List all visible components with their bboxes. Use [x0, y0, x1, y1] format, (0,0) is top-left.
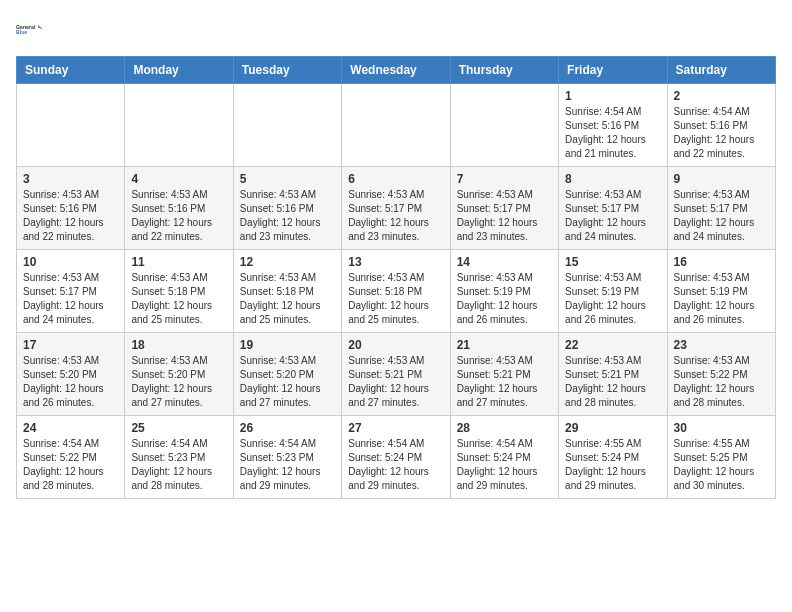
day-info: Sunrise: 4:53 AM Sunset: 5:19 PM Dayligh…: [565, 271, 660, 327]
calendar-cell: 23Sunrise: 4:53 AM Sunset: 5:22 PM Dayli…: [667, 333, 775, 416]
day-info: Sunrise: 4:54 AM Sunset: 5:23 PM Dayligh…: [240, 437, 335, 493]
day-number: 9: [674, 172, 769, 186]
calendar-cell: 9Sunrise: 4:53 AM Sunset: 5:17 PM Daylig…: [667, 167, 775, 250]
calendar-cell: 17Sunrise: 4:53 AM Sunset: 5:20 PM Dayli…: [17, 333, 125, 416]
calendar-cell: 16Sunrise: 4:53 AM Sunset: 5:19 PM Dayli…: [667, 250, 775, 333]
day-number: 17: [23, 338, 118, 352]
day-info: Sunrise: 4:53 AM Sunset: 5:20 PM Dayligh…: [240, 354, 335, 410]
calendar-cell: 6Sunrise: 4:53 AM Sunset: 5:17 PM Daylig…: [342, 167, 450, 250]
calendar-cell: 13Sunrise: 4:53 AM Sunset: 5:18 PM Dayli…: [342, 250, 450, 333]
day-number: 2: [674, 89, 769, 103]
calendar-cell: [450, 84, 558, 167]
calendar-cell: [125, 84, 233, 167]
calendar-cell: 24Sunrise: 4:54 AM Sunset: 5:22 PM Dayli…: [17, 416, 125, 499]
day-number: 3: [23, 172, 118, 186]
calendar-cell: 10Sunrise: 4:53 AM Sunset: 5:17 PM Dayli…: [17, 250, 125, 333]
day-info: Sunrise: 4:53 AM Sunset: 5:21 PM Dayligh…: [457, 354, 552, 410]
calendar-cell: 26Sunrise: 4:54 AM Sunset: 5:23 PM Dayli…: [233, 416, 341, 499]
calendar-cell: [17, 84, 125, 167]
weekday-header-monday: Monday: [125, 57, 233, 84]
day-number: 13: [348, 255, 443, 269]
day-info: Sunrise: 4:53 AM Sunset: 5:16 PM Dayligh…: [240, 188, 335, 244]
day-info: Sunrise: 4:53 AM Sunset: 5:16 PM Dayligh…: [23, 188, 118, 244]
day-number: 6: [348, 172, 443, 186]
calendar-cell: 29Sunrise: 4:55 AM Sunset: 5:24 PM Dayli…: [559, 416, 667, 499]
logo-icon: GeneralBlue: [16, 16, 44, 44]
day-number: 21: [457, 338, 552, 352]
calendar-cell: 5Sunrise: 4:53 AM Sunset: 5:16 PM Daylig…: [233, 167, 341, 250]
day-info: Sunrise: 4:53 AM Sunset: 5:22 PM Dayligh…: [674, 354, 769, 410]
day-info: Sunrise: 4:53 AM Sunset: 5:21 PM Dayligh…: [348, 354, 443, 410]
calendar-cell: 21Sunrise: 4:53 AM Sunset: 5:21 PM Dayli…: [450, 333, 558, 416]
weekday-header-tuesday: Tuesday: [233, 57, 341, 84]
calendar-week-row: 3Sunrise: 4:53 AM Sunset: 5:16 PM Daylig…: [17, 167, 776, 250]
calendar-cell: 11Sunrise: 4:53 AM Sunset: 5:18 PM Dayli…: [125, 250, 233, 333]
weekday-header-row: SundayMondayTuesdayWednesdayThursdayFrid…: [17, 57, 776, 84]
day-info: Sunrise: 4:53 AM Sunset: 5:17 PM Dayligh…: [674, 188, 769, 244]
day-info: Sunrise: 4:53 AM Sunset: 5:20 PM Dayligh…: [131, 354, 226, 410]
weekday-header-saturday: Saturday: [667, 57, 775, 84]
day-number: 15: [565, 255, 660, 269]
day-info: Sunrise: 4:53 AM Sunset: 5:19 PM Dayligh…: [674, 271, 769, 327]
calendar-week-row: 17Sunrise: 4:53 AM Sunset: 5:20 PM Dayli…: [17, 333, 776, 416]
day-number: 26: [240, 421, 335, 435]
calendar-cell: 18Sunrise: 4:53 AM Sunset: 5:20 PM Dayli…: [125, 333, 233, 416]
calendar-week-row: 24Sunrise: 4:54 AM Sunset: 5:22 PM Dayli…: [17, 416, 776, 499]
day-info: Sunrise: 4:53 AM Sunset: 5:18 PM Dayligh…: [240, 271, 335, 327]
calendar-cell: 2Sunrise: 4:54 AM Sunset: 5:16 PM Daylig…: [667, 84, 775, 167]
day-number: 18: [131, 338, 226, 352]
day-number: 12: [240, 255, 335, 269]
calendar-cell: [342, 84, 450, 167]
svg-text:Blue: Blue: [16, 29, 27, 35]
day-info: Sunrise: 4:53 AM Sunset: 5:17 PM Dayligh…: [348, 188, 443, 244]
svg-text:General: General: [16, 24, 36, 30]
calendar-cell: 7Sunrise: 4:53 AM Sunset: 5:17 PM Daylig…: [450, 167, 558, 250]
weekday-header-wednesday: Wednesday: [342, 57, 450, 84]
day-info: Sunrise: 4:53 AM Sunset: 5:18 PM Dayligh…: [348, 271, 443, 327]
calendar-cell: 28Sunrise: 4:54 AM Sunset: 5:24 PM Dayli…: [450, 416, 558, 499]
weekday-header-friday: Friday: [559, 57, 667, 84]
calendar-cell: 30Sunrise: 4:55 AM Sunset: 5:25 PM Dayli…: [667, 416, 775, 499]
day-number: 1: [565, 89, 660, 103]
day-number: 7: [457, 172, 552, 186]
day-number: 20: [348, 338, 443, 352]
day-info: Sunrise: 4:54 AM Sunset: 5:16 PM Dayligh…: [565, 105, 660, 161]
calendar-cell: [233, 84, 341, 167]
day-number: 27: [348, 421, 443, 435]
day-info: Sunrise: 4:54 AM Sunset: 5:22 PM Dayligh…: [23, 437, 118, 493]
calendar-cell: 27Sunrise: 4:54 AM Sunset: 5:24 PM Dayli…: [342, 416, 450, 499]
logo: GeneralBlue: [16, 16, 44, 44]
day-number: 29: [565, 421, 660, 435]
day-number: 22: [565, 338, 660, 352]
day-info: Sunrise: 4:53 AM Sunset: 5:17 PM Dayligh…: [457, 188, 552, 244]
calendar-cell: 1Sunrise: 4:54 AM Sunset: 5:16 PM Daylig…: [559, 84, 667, 167]
day-info: Sunrise: 4:55 AM Sunset: 5:25 PM Dayligh…: [674, 437, 769, 493]
day-info: Sunrise: 4:53 AM Sunset: 5:21 PM Dayligh…: [565, 354, 660, 410]
day-number: 5: [240, 172, 335, 186]
calendar-cell: 15Sunrise: 4:53 AM Sunset: 5:19 PM Dayli…: [559, 250, 667, 333]
day-number: 28: [457, 421, 552, 435]
day-info: Sunrise: 4:54 AM Sunset: 5:16 PM Dayligh…: [674, 105, 769, 161]
day-number: 10: [23, 255, 118, 269]
day-info: Sunrise: 4:55 AM Sunset: 5:24 PM Dayligh…: [565, 437, 660, 493]
day-info: Sunrise: 4:53 AM Sunset: 5:16 PM Dayligh…: [131, 188, 226, 244]
day-number: 24: [23, 421, 118, 435]
calendar-cell: 8Sunrise: 4:53 AM Sunset: 5:17 PM Daylig…: [559, 167, 667, 250]
calendar-cell: 20Sunrise: 4:53 AM Sunset: 5:21 PM Dayli…: [342, 333, 450, 416]
calendar-table: SundayMondayTuesdayWednesdayThursdayFrid…: [16, 56, 776, 499]
svg-marker-2: [38, 25, 43, 29]
calendar-week-row: 10Sunrise: 4:53 AM Sunset: 5:17 PM Dayli…: [17, 250, 776, 333]
weekday-header-thursday: Thursday: [450, 57, 558, 84]
day-info: Sunrise: 4:54 AM Sunset: 5:24 PM Dayligh…: [348, 437, 443, 493]
day-number: 23: [674, 338, 769, 352]
day-number: 11: [131, 255, 226, 269]
calendar-cell: 22Sunrise: 4:53 AM Sunset: 5:21 PM Dayli…: [559, 333, 667, 416]
day-info: Sunrise: 4:54 AM Sunset: 5:24 PM Dayligh…: [457, 437, 552, 493]
day-info: Sunrise: 4:53 AM Sunset: 5:20 PM Dayligh…: [23, 354, 118, 410]
day-info: Sunrise: 4:54 AM Sunset: 5:23 PM Dayligh…: [131, 437, 226, 493]
calendar-cell: 14Sunrise: 4:53 AM Sunset: 5:19 PM Dayli…: [450, 250, 558, 333]
day-number: 8: [565, 172, 660, 186]
calendar-week-row: 1Sunrise: 4:54 AM Sunset: 5:16 PM Daylig…: [17, 84, 776, 167]
day-number: 25: [131, 421, 226, 435]
day-number: 30: [674, 421, 769, 435]
